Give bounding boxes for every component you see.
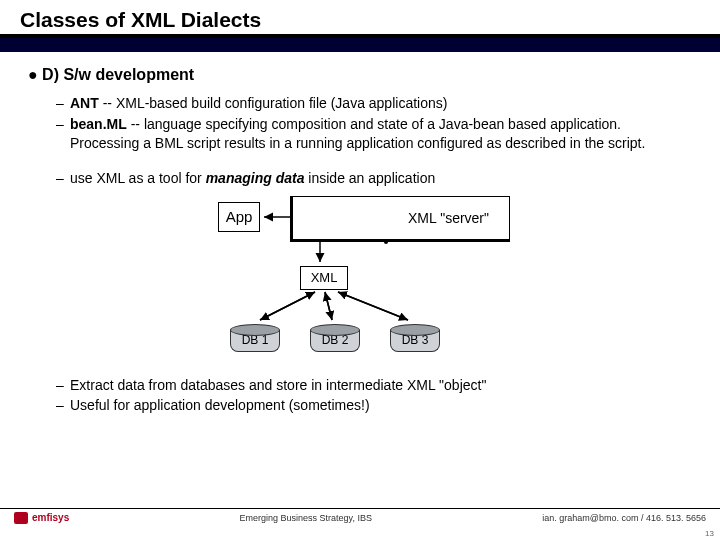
logo: emfisys xyxy=(14,512,69,524)
db-lid-icon xyxy=(390,324,440,336)
list-item: use XML as a tool for managing data insi… xyxy=(56,169,692,188)
list-item: Useful for application development (some… xyxy=(56,396,692,415)
architecture-diagram: XML "server" App XML DB 1 DB 2 DB 3 xyxy=(120,196,600,366)
title-bar: Classes of XML Dialects xyxy=(0,0,720,36)
db-cylinder: DB 3 xyxy=(390,324,440,352)
logo-mark-icon xyxy=(14,512,28,524)
svg-line-5 xyxy=(325,292,332,320)
list-item: bean.ML -- language specifying compositi… xyxy=(56,115,692,153)
server-box: XML "server" xyxy=(290,196,510,242)
svg-line-4 xyxy=(325,292,332,320)
section-heading: D) S/w development xyxy=(28,66,692,84)
app-box: App xyxy=(218,202,260,232)
slide-title: Classes of XML Dialects xyxy=(20,8,700,32)
item-label: ANT xyxy=(70,95,99,111)
db-cylinder: DB 1 xyxy=(230,324,280,352)
bullet-list-bottom: Extract data from databases and store in… xyxy=(28,376,692,416)
db-lid-icon xyxy=(230,324,280,336)
item-emphasis: managing data xyxy=(206,170,305,186)
list-item: Extract data from databases and store in… xyxy=(56,376,692,395)
svg-line-7 xyxy=(338,292,408,320)
logo-text: emfisys xyxy=(32,512,69,523)
db-cylinder: DB 2 xyxy=(310,324,360,352)
footer-contact: ian. graham@bmo. com / 416. 513. 5656 xyxy=(542,513,706,523)
item-label: bean.ML xyxy=(70,116,127,132)
item-text: -- XML-based build configuration file (J… xyxy=(99,95,448,111)
page-number: 13 xyxy=(705,529,714,538)
footer-center: Emerging Business Strategy, IBS xyxy=(240,513,372,523)
title-underline xyxy=(0,36,720,52)
db-lid-icon xyxy=(310,324,360,336)
svg-line-3 xyxy=(260,292,315,320)
item-text: inside an application xyxy=(304,170,435,186)
svg-line-2 xyxy=(260,292,315,320)
item-text: -- language specifying composition and s… xyxy=(70,116,645,151)
bullet-list-mid: use XML as a tool for managing data insi… xyxy=(28,169,692,188)
list-item: ANT -- XML-based build configuration fil… xyxy=(56,94,692,113)
bullet-list-top: ANT -- XML-based build configuration fil… xyxy=(28,94,692,153)
item-text: use XML as a tool for xyxy=(70,170,206,186)
footer: emfisys Emerging Business Strategy, IBS … xyxy=(0,508,720,526)
xml-box: XML xyxy=(300,266,348,290)
svg-line-6 xyxy=(338,292,408,320)
content-area: D) S/w development ANT -- XML-based buil… xyxy=(0,52,720,415)
